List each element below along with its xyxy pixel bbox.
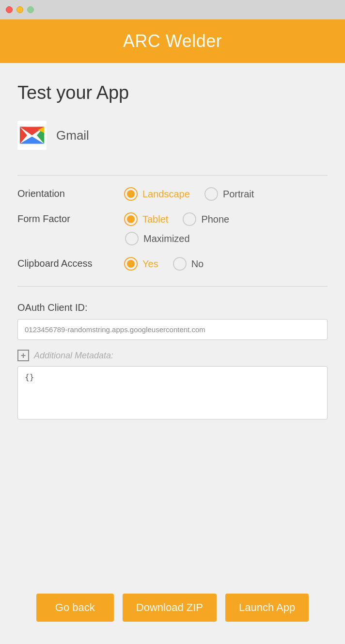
landscape-label: Landscape [142,189,190,200]
main-content: Test your App [0,63,345,644]
yes-radio[interactable] [124,257,138,271]
oauth-label: OAuth Client ID: [17,302,328,313]
form-factor-row: Form Factor Tablet Phone [17,209,328,245]
yes-radio-inner [127,260,135,268]
portrait-label: Portrait [223,189,254,200]
divider-1 [17,175,328,176]
orientation-landscape[interactable]: Landscape [124,187,190,201]
button-row: Go back Download ZIP Launch App [17,594,328,627]
tablet-radio[interactable] [124,212,138,226]
form-factor-label: Form Factor [17,209,124,225]
clipboard-access-row: Clipboard Access Yes No [17,253,328,274]
clipboard-label: Clipboard Access [17,253,124,269]
title-bar [0,0,345,19]
phone-label: Phone [201,214,229,225]
orientation-portrait[interactable]: Portrait [204,187,254,201]
divider-2 [17,286,328,287]
app-row: Gmail [17,121,328,150]
app-name: Gmail [56,128,89,143]
orientation-row: Orientation Landscape Portrait [17,183,328,205]
oauth-input[interactable] [17,319,328,340]
minimize-button[interactable] [16,6,23,13]
spacer [17,435,328,584]
no-radio[interactable] [173,257,187,271]
clipboard-no[interactable]: No [173,257,204,271]
maximized-label: Maximized [143,233,190,244]
form-factor-maximized[interactable]: Maximized [125,232,328,245]
gmail-icon [17,121,47,150]
launch-app-button[interactable]: Launch App [225,594,309,622]
orientation-label: Orientation [17,183,124,199]
page-title: Test your App [17,82,328,103]
form-factor-options: Tablet Phone Maximized [124,209,328,245]
form-factor-tablet[interactable]: Tablet [124,212,168,226]
clipboard-option-line: Yes No [124,253,328,274]
maximized-radio[interactable] [125,232,139,245]
maximize-button[interactable] [27,6,34,13]
close-button[interactable] [6,6,13,13]
app-title: ARC Welder [0,31,345,51]
metadata-label: Additional Metadata: [34,351,113,361]
landscape-radio[interactable] [124,187,138,201]
metadata-textarea[interactable]: {} [17,366,328,419]
orientation-option-line: Landscape Portrait [124,183,328,205]
clipboard-yes[interactable]: Yes [124,257,158,271]
app-header: ARC Welder [0,19,345,63]
tablet-radio-inner [127,215,135,223]
tablet-label: Tablet [142,214,168,225]
metadata-header: + Additional Metadata: [17,350,328,361]
form-factor-main-line: Tablet Phone [124,209,328,230]
phone-radio[interactable] [183,212,196,226]
download-zip-button[interactable]: Download ZIP [123,594,217,622]
go-back-button[interactable]: Go back [36,594,114,622]
orientation-options: Landscape Portrait [124,183,328,205]
no-label: No [191,258,204,270]
clipboard-options: Yes No [124,253,328,274]
oauth-section: OAuth Client ID: [17,302,328,340]
portrait-radio[interactable] [204,187,218,201]
yes-label: Yes [142,258,158,270]
plus-icon[interactable]: + [17,350,29,361]
landscape-radio-inner [127,190,135,198]
metadata-section: + Additional Metadata: {} [17,350,328,421]
form-factor-phone[interactable]: Phone [183,212,229,226]
